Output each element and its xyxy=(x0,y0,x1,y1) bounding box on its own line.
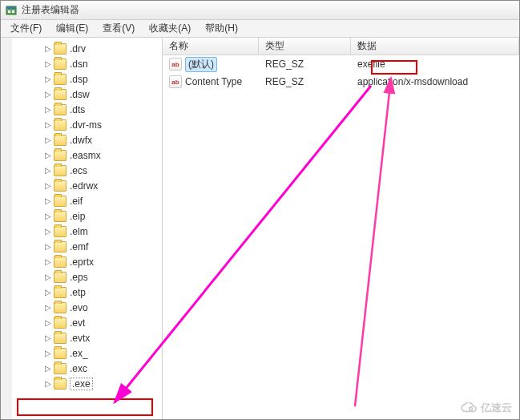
expander-icon[interactable]: ▷ xyxy=(44,380,52,388)
tree-node-label: .eprtx xyxy=(70,256,94,268)
tree-node-label: .dsw xyxy=(70,89,90,100)
tree-node-label: .dwfx xyxy=(70,135,92,146)
expander-icon[interactable]: ▷ xyxy=(44,91,52,99)
folder-icon xyxy=(54,43,67,55)
list-header: 名称 类型 数据 xyxy=(163,38,519,55)
tree-node-label: .elm xyxy=(70,226,88,237)
tree-node[interactable]: ▷.etp xyxy=(2,285,162,300)
folder-icon xyxy=(54,89,67,100)
registry-editor-window: 注册表编辑器 文件(F) 编辑(E) 查看(V) 收藏夹(A) 帮助(H) ▷.… xyxy=(0,0,520,420)
menu-file[interactable]: 文件(F) xyxy=(4,20,48,37)
cell-type: REG_SZ xyxy=(259,59,351,70)
tree-node[interactable]: ▷.elm xyxy=(2,224,162,239)
tree-node-label: .dsn xyxy=(70,59,88,70)
tree-node-label: .eip xyxy=(70,211,85,222)
folder-icon xyxy=(54,165,67,176)
tree-node[interactable]: ▷.eps xyxy=(2,269,162,285)
menu-help[interactable]: 帮助(H) xyxy=(199,20,244,37)
tree-node-label: .exe xyxy=(70,378,93,390)
tree-node-label: .eif xyxy=(70,196,83,207)
folder-icon xyxy=(54,302,67,313)
string-value-icon: ab xyxy=(169,58,182,71)
tree-node[interactable]: ▷.dvr-ms xyxy=(2,117,162,132)
expander-icon[interactable]: ▷ xyxy=(44,121,52,129)
watermark: 亿速云 xyxy=(460,401,512,415)
expander-icon[interactable]: ▷ xyxy=(44,243,52,251)
value-name: Content Type xyxy=(185,76,242,87)
menu-favorites[interactable]: 收藏夹(A) xyxy=(143,20,197,37)
tree-node-label: .ex_ xyxy=(70,348,88,359)
column-header-name[interactable]: 名称 xyxy=(163,38,259,55)
folder-icon xyxy=(54,272,67,283)
folder-icon xyxy=(54,59,67,70)
tree-node-label: .evtx xyxy=(70,333,90,344)
expander-icon[interactable]: ▷ xyxy=(44,136,52,144)
tree-node-label: .easmx xyxy=(70,150,101,161)
column-header-type[interactable]: 类型 xyxy=(259,38,351,55)
tree-node[interactable]: ▷.dsw xyxy=(2,87,162,102)
expander-icon[interactable]: ▷ xyxy=(44,151,52,160)
menu-view[interactable]: 查看(V) xyxy=(96,20,141,37)
expander-icon[interactable]: ▷ xyxy=(44,167,52,175)
expander-icon[interactable]: ▷ xyxy=(44,75,52,83)
expander-icon[interactable]: ▷ xyxy=(44,212,52,220)
expander-icon[interactable]: ▷ xyxy=(44,197,52,205)
folder-icon xyxy=(54,348,67,359)
tree-node[interactable]: ▷.dwfx xyxy=(2,132,162,147)
list-row[interactable]: abContent TypeREG_SZapplication/x-msdown… xyxy=(163,73,519,91)
tree-node[interactable]: ▷.dsn xyxy=(2,56,162,71)
list-pane[interactable]: 名称 类型 数据 ab(默认)REG_SZexefileabContent Ty… xyxy=(163,38,519,419)
tree-node[interactable]: ▷.eprtx xyxy=(2,254,162,269)
svg-rect-2 xyxy=(8,10,10,13)
tree-node[interactable]: ▷.emf xyxy=(2,239,162,254)
tree: ▷.drv▷.dsn▷.dsp▷.dsw▷.dts▷.dvr-ms▷.dwfx▷… xyxy=(1,38,162,394)
expander-icon[interactable]: ▷ xyxy=(44,349,52,357)
expander-icon[interactable]: ▷ xyxy=(44,228,52,236)
tree-pane[interactable]: ▷.drv▷.dsn▷.dsp▷.dsw▷.dts▷.dvr-ms▷.dwfx▷… xyxy=(1,38,163,419)
column-header-data[interactable]: 数据 xyxy=(351,38,519,55)
expander-icon[interactable]: ▷ xyxy=(44,304,52,312)
folder-icon xyxy=(54,119,67,131)
expander-icon[interactable]: ▷ xyxy=(44,106,52,114)
tree-node-label: .etp xyxy=(70,287,86,298)
expander-icon[interactable]: ▷ xyxy=(44,60,52,68)
tree-node-label: .evo xyxy=(70,302,88,313)
cloud-icon xyxy=(460,402,478,414)
tree-node[interactable]: ▷.dts xyxy=(2,102,162,117)
tree-node[interactable]: ▷.dsp xyxy=(2,71,162,87)
tree-node[interactable]: ▷.evtx xyxy=(2,330,162,345)
tree-node[interactable]: ▷.evo xyxy=(2,300,162,315)
tree-node-label: .eps xyxy=(70,272,88,283)
tree-node[interactable]: ▷.easmx xyxy=(2,147,162,163)
tree-node-label: .evt xyxy=(70,317,85,329)
tree-node[interactable]: ▷.eif xyxy=(2,193,162,208)
tree-node-label: .drv xyxy=(70,43,86,55)
expander-icon[interactable]: ▷ xyxy=(44,289,52,297)
tree-node[interactable]: ▷.edrwx xyxy=(2,178,162,193)
folder-icon xyxy=(54,333,67,344)
title-bar[interactable]: 注册表编辑器 xyxy=(1,1,519,20)
list-row[interactable]: ab(默认)REG_SZexefile xyxy=(163,55,519,73)
tree-node-label: .ecs xyxy=(70,165,87,176)
tree-node[interactable]: ▷.ecs xyxy=(2,163,162,178)
folder-icon xyxy=(54,241,67,252)
tree-node[interactable]: ▷.eip xyxy=(2,208,162,224)
cell-type: REG_SZ xyxy=(259,76,351,87)
regedit-icon xyxy=(6,5,17,16)
tree-node[interactable]: ▷.evt xyxy=(2,315,162,330)
expander-icon[interactable]: ▷ xyxy=(44,273,52,281)
value-name: (默认) xyxy=(185,57,217,72)
expander-icon[interactable]: ▷ xyxy=(44,258,52,266)
watermark-text: 亿速云 xyxy=(481,401,512,415)
menu-edit[interactable]: 编辑(E) xyxy=(50,20,95,37)
expander-icon[interactable]: ▷ xyxy=(44,365,52,373)
tree-node[interactable]: ▷.drv xyxy=(2,41,162,56)
folder-icon xyxy=(54,256,67,268)
expander-icon[interactable]: ▷ xyxy=(44,45,52,53)
tree-node[interactable]: ▷.exe xyxy=(2,376,162,391)
expander-icon[interactable]: ▷ xyxy=(44,182,52,190)
tree-node[interactable]: ▷.ex_ xyxy=(2,345,162,361)
expander-icon[interactable]: ▷ xyxy=(44,334,52,342)
expander-icon[interactable]: ▷ xyxy=(44,319,52,327)
tree-node[interactable]: ▷.exc xyxy=(2,361,162,376)
